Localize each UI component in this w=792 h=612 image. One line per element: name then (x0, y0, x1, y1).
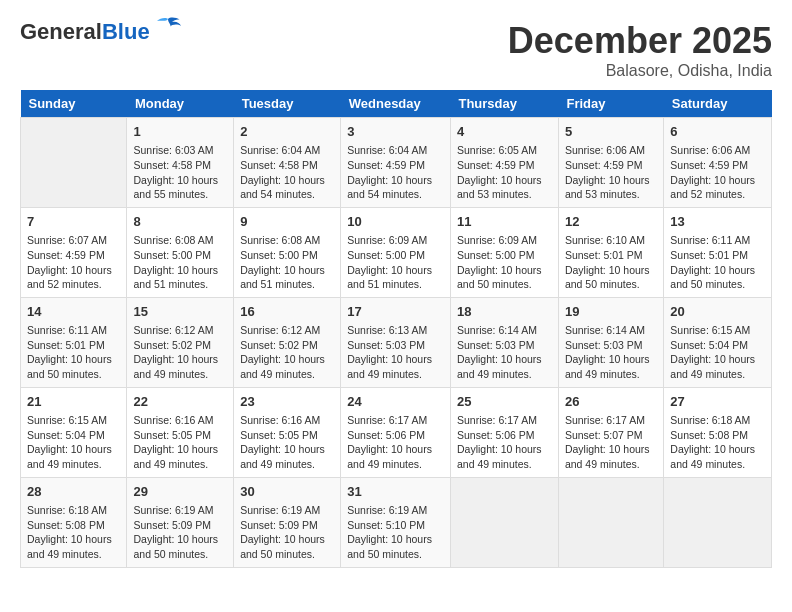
weekday-header-thursday: Thursday (450, 90, 558, 118)
calendar-cell: 16Sunrise: 6:12 AMSunset: 5:02 PMDayligh… (234, 297, 341, 387)
day-number: 17 (347, 303, 444, 321)
calendar-cell: 12Sunrise: 6:10 AMSunset: 5:01 PMDayligh… (558, 207, 663, 297)
calendar-cell: 4Sunrise: 6:05 AMSunset: 4:59 PMDaylight… (450, 118, 558, 208)
day-number: 18 (457, 303, 552, 321)
calendar-cell: 3Sunrise: 6:04 AMSunset: 4:59 PMDaylight… (341, 118, 451, 208)
day-info: Sunrise: 6:06 AMSunset: 4:59 PMDaylight:… (670, 143, 765, 202)
calendar-cell: 28Sunrise: 6:18 AMSunset: 5:08 PMDayligh… (21, 477, 127, 567)
calendar-cell: 21Sunrise: 6:15 AMSunset: 5:04 PMDayligh… (21, 387, 127, 477)
day-number: 27 (670, 393, 765, 411)
location: Balasore, Odisha, India (508, 62, 772, 80)
calendar-table: SundayMondayTuesdayWednesdayThursdayFrid… (20, 90, 772, 568)
day-info: Sunrise: 6:18 AMSunset: 5:08 PMDaylight:… (27, 503, 120, 562)
day-number: 19 (565, 303, 657, 321)
calendar-cell (450, 477, 558, 567)
day-info: Sunrise: 6:17 AMSunset: 5:06 PMDaylight:… (457, 413, 552, 472)
weekday-header-row: SundayMondayTuesdayWednesdayThursdayFrid… (21, 90, 772, 118)
day-info: Sunrise: 6:04 AMSunset: 4:59 PMDaylight:… (347, 143, 444, 202)
calendar-cell: 6Sunrise: 6:06 AMSunset: 4:59 PMDaylight… (664, 118, 772, 208)
day-info: Sunrise: 6:14 AMSunset: 5:03 PMDaylight:… (565, 323, 657, 382)
calendar-cell (558, 477, 663, 567)
day-info: Sunrise: 6:11 AMSunset: 5:01 PMDaylight:… (670, 233, 765, 292)
day-number: 25 (457, 393, 552, 411)
calendar-cell: 11Sunrise: 6:09 AMSunset: 5:00 PMDayligh… (450, 207, 558, 297)
weekday-header-sunday: Sunday (21, 90, 127, 118)
day-number: 20 (670, 303, 765, 321)
day-number: 13 (670, 213, 765, 231)
day-number: 6 (670, 123, 765, 141)
day-number: 9 (240, 213, 334, 231)
calendar-cell: 23Sunrise: 6:16 AMSunset: 5:05 PMDayligh… (234, 387, 341, 477)
calendar-cell: 18Sunrise: 6:14 AMSunset: 5:03 PMDayligh… (450, 297, 558, 387)
day-number: 21 (27, 393, 120, 411)
day-number: 22 (133, 393, 227, 411)
day-number: 8 (133, 213, 227, 231)
weekday-header-saturday: Saturday (664, 90, 772, 118)
weekday-header-tuesday: Tuesday (234, 90, 341, 118)
calendar-cell: 9Sunrise: 6:08 AMSunset: 5:00 PMDaylight… (234, 207, 341, 297)
calendar-cell: 31Sunrise: 6:19 AMSunset: 5:10 PMDayligh… (341, 477, 451, 567)
calendar-cell: 26Sunrise: 6:17 AMSunset: 5:07 PMDayligh… (558, 387, 663, 477)
day-info: Sunrise: 6:07 AMSunset: 4:59 PMDaylight:… (27, 233, 120, 292)
logo-bird-icon (154, 17, 182, 39)
day-number: 12 (565, 213, 657, 231)
day-number: 14 (27, 303, 120, 321)
calendar-cell (664, 477, 772, 567)
day-number: 7 (27, 213, 120, 231)
calendar-cell (21, 118, 127, 208)
page-header: GeneralBlue December 2025 Balasore, Odis… (20, 20, 772, 80)
calendar-cell: 10Sunrise: 6:09 AMSunset: 5:00 PMDayligh… (341, 207, 451, 297)
day-info: Sunrise: 6:13 AMSunset: 5:03 PMDaylight:… (347, 323, 444, 382)
week-row-2: 7Sunrise: 6:07 AMSunset: 4:59 PMDaylight… (21, 207, 772, 297)
day-info: Sunrise: 6:16 AMSunset: 5:05 PMDaylight:… (240, 413, 334, 472)
day-info: Sunrise: 6:04 AMSunset: 4:58 PMDaylight:… (240, 143, 334, 202)
weekday-header-monday: Monday (127, 90, 234, 118)
calendar-cell: 25Sunrise: 6:17 AMSunset: 5:06 PMDayligh… (450, 387, 558, 477)
day-info: Sunrise: 6:14 AMSunset: 5:03 PMDaylight:… (457, 323, 552, 382)
day-number: 1 (133, 123, 227, 141)
day-number: 31 (347, 483, 444, 501)
day-info: Sunrise: 6:15 AMSunset: 5:04 PMDaylight:… (670, 323, 765, 382)
day-number: 11 (457, 213, 552, 231)
day-number: 10 (347, 213, 444, 231)
calendar-cell: 27Sunrise: 6:18 AMSunset: 5:08 PMDayligh… (664, 387, 772, 477)
calendar-cell: 2Sunrise: 6:04 AMSunset: 4:58 PMDaylight… (234, 118, 341, 208)
day-info: Sunrise: 6:05 AMSunset: 4:59 PMDaylight:… (457, 143, 552, 202)
logo: GeneralBlue (20, 20, 182, 44)
calendar-cell: 30Sunrise: 6:19 AMSunset: 5:09 PMDayligh… (234, 477, 341, 567)
title-block: December 2025 Balasore, Odisha, India (508, 20, 772, 80)
day-number: 24 (347, 393, 444, 411)
day-info: Sunrise: 6:12 AMSunset: 5:02 PMDaylight:… (240, 323, 334, 382)
day-info: Sunrise: 6:19 AMSunset: 5:09 PMDaylight:… (240, 503, 334, 562)
month-title: December 2025 (508, 20, 772, 62)
calendar-cell: 14Sunrise: 6:11 AMSunset: 5:01 PMDayligh… (21, 297, 127, 387)
day-info: Sunrise: 6:08 AMSunset: 5:00 PMDaylight:… (240, 233, 334, 292)
calendar-cell: 8Sunrise: 6:08 AMSunset: 5:00 PMDaylight… (127, 207, 234, 297)
day-number: 2 (240, 123, 334, 141)
day-info: Sunrise: 6:17 AMSunset: 5:07 PMDaylight:… (565, 413, 657, 472)
week-row-1: 1Sunrise: 6:03 AMSunset: 4:58 PMDaylight… (21, 118, 772, 208)
day-number: 28 (27, 483, 120, 501)
day-info: Sunrise: 6:09 AMSunset: 5:00 PMDaylight:… (457, 233, 552, 292)
day-info: Sunrise: 6:06 AMSunset: 4:59 PMDaylight:… (565, 143, 657, 202)
calendar-cell: 7Sunrise: 6:07 AMSunset: 4:59 PMDaylight… (21, 207, 127, 297)
calendar-cell: 29Sunrise: 6:19 AMSunset: 5:09 PMDayligh… (127, 477, 234, 567)
weekday-header-wednesday: Wednesday (341, 90, 451, 118)
day-number: 29 (133, 483, 227, 501)
day-number: 3 (347, 123, 444, 141)
day-info: Sunrise: 6:11 AMSunset: 5:01 PMDaylight:… (27, 323, 120, 382)
week-row-4: 21Sunrise: 6:15 AMSunset: 5:04 PMDayligh… (21, 387, 772, 477)
day-info: Sunrise: 6:08 AMSunset: 5:00 PMDaylight:… (133, 233, 227, 292)
calendar-cell: 15Sunrise: 6:12 AMSunset: 5:02 PMDayligh… (127, 297, 234, 387)
calendar-cell: 20Sunrise: 6:15 AMSunset: 5:04 PMDayligh… (664, 297, 772, 387)
day-number: 26 (565, 393, 657, 411)
day-info: Sunrise: 6:03 AMSunset: 4:58 PMDaylight:… (133, 143, 227, 202)
day-info: Sunrise: 6:19 AMSunset: 5:09 PMDaylight:… (133, 503, 227, 562)
calendar-cell: 13Sunrise: 6:11 AMSunset: 5:01 PMDayligh… (664, 207, 772, 297)
day-info: Sunrise: 6:17 AMSunset: 5:06 PMDaylight:… (347, 413, 444, 472)
week-row-5: 28Sunrise: 6:18 AMSunset: 5:08 PMDayligh… (21, 477, 772, 567)
calendar-cell: 24Sunrise: 6:17 AMSunset: 5:06 PMDayligh… (341, 387, 451, 477)
day-info: Sunrise: 6:16 AMSunset: 5:05 PMDaylight:… (133, 413, 227, 472)
day-info: Sunrise: 6:09 AMSunset: 5:00 PMDaylight:… (347, 233, 444, 292)
calendar-cell: 17Sunrise: 6:13 AMSunset: 5:03 PMDayligh… (341, 297, 451, 387)
